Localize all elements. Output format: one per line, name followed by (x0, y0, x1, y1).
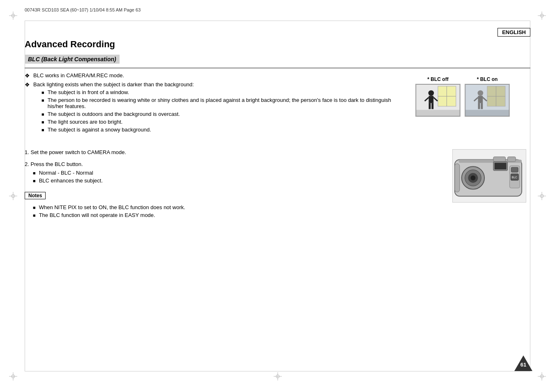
blc-off-image (415, 84, 461, 117)
section-rule (25, 68, 530, 68)
blc-off-svg (416, 84, 460, 116)
blc-off-group: * BLC off (415, 76, 461, 117)
sub-text-2: The person to be recorded is wearing whi… (48, 97, 407, 109)
note-2: ■ The BLC function will not operate in E… (33, 212, 436, 218)
step-2-text-2: BLC enhances the subject. (39, 178, 103, 184)
reg-mark-left-mid (9, 192, 17, 200)
step-1: 1. Set the power switch to CAMERA mode. (25, 149, 436, 155)
step-1-text: 1. Set the power switch to CAMERA mode. (25, 149, 436, 155)
border-top (25, 21, 530, 21)
note-1: ■ When NITE PIX to set to ON, the BLC fu… (33, 204, 436, 210)
sub-text-5: The subject is against a snowy backgroun… (48, 127, 151, 133)
page-title: Advanced Recording (25, 39, 530, 50)
sub-bullets: ■ The subject is in front of a window. ■… (41, 89, 407, 133)
notes-section: Notes ■ When NITE PIX to set to ON, the … (25, 192, 436, 218)
svg-rect-5 (429, 96, 434, 103)
section-title: BLC (Back Light Compensation) (25, 55, 120, 64)
svg-rect-17 (478, 96, 483, 103)
blc-off-label: * BLC off (427, 76, 448, 82)
step-2-sq-1: ■ (33, 171, 36, 175)
reg-mark-bl (9, 372, 17, 380)
svg-rect-29 (455, 164, 460, 192)
bullet-content-2: Back lighting exists when the subject is… (33, 81, 407, 134)
reg-mark-tl (9, 12, 17, 20)
meta-text: 00743R SCD103 SEA (60~107) 1/10/04 8:55 … (25, 7, 134, 12)
step-2-sq-2: ■ (33, 178, 36, 183)
svg-point-16 (478, 90, 484, 96)
bullet-item-2: ❖ Back lighting exists when the subject … (25, 81, 407, 134)
blc-on-image (465, 84, 510, 117)
header-meta: 00743R SCD103 SEA (60~107) 1/10/04 8:55 … (25, 7, 140, 12)
notes-label: Notes (25, 192, 46, 199)
svg-rect-34 (511, 167, 518, 172)
step-2-desc: Press the BLC button. (30, 161, 83, 167)
steps-section: 1. Set the power switch to CAMERA mode. … (25, 149, 530, 220)
main-content: Advanced Recording BLC (Back Light Compe… (25, 39, 530, 220)
reg-mark-tr (538, 12, 546, 20)
sub-text-3: The subject is outdoors and the backgrou… (48, 111, 180, 117)
note-sq-1: ■ (33, 205, 36, 210)
step-2-sub-2: ■ BLC enhances the subject. (33, 178, 436, 184)
sq-5: ■ (41, 127, 44, 132)
triangle-badge: 61 (514, 355, 532, 371)
step-2-num: 2. (25, 161, 29, 167)
svg-text:BLC: BLC (512, 176, 517, 179)
svg-rect-10 (416, 110, 460, 116)
sub-bullet-2: ■ The person to be recorded is wearing w… (41, 97, 407, 109)
sub-bullet-3: ■ The subject is outdoors and the backgr… (41, 111, 407, 117)
sq-1: ■ (41, 90, 44, 95)
reg-mark-br (538, 372, 546, 380)
svg-rect-6 (429, 103, 431, 109)
page-ref: 63 (136, 7, 140, 12)
svg-rect-19 (481, 103, 483, 109)
steps-right: BLC (448, 149, 530, 220)
blc-on-group: * BLC on (465, 76, 510, 117)
camera-illustration: BLC (452, 149, 526, 203)
reg-mark-right-mid (538, 192, 546, 200)
blc-on-svg (465, 84, 509, 116)
reg-mark-bottom-center (274, 372, 282, 380)
border-bottom (25, 371, 530, 371)
sub-bullet-5: ■ The subject is against a snowy backgro… (41, 127, 407, 133)
marker-1: ❖ (25, 72, 30, 79)
language-label: ENGLISH (497, 28, 530, 37)
svg-rect-38 (495, 163, 507, 169)
marker-2: ❖ (25, 81, 30, 134)
note-sq-2: ■ (33, 213, 36, 218)
blc-images: * BLC off (415, 76, 510, 117)
step-2-sub-1: ■ Normal - BLC - Normal (33, 170, 436, 176)
svg-rect-7 (431, 103, 433, 109)
note-text-2: The BLC function will not operate in EAS… (39, 212, 155, 218)
svg-point-28 (471, 175, 476, 180)
sub-text-4: The light sources are too bright. (48, 119, 123, 125)
svg-point-4 (428, 90, 434, 96)
bullet-text-2: Back lighting exists when the subject is… (33, 81, 194, 88)
col-right: * BLC off (415, 72, 530, 137)
bullet-text-1: BLC works in CAMERA/M.REC mode. (33, 72, 124, 79)
svg-rect-18 (478, 103, 480, 109)
sub-bullet-1: ■ The subject is in front of a window. (41, 89, 407, 95)
step-1-desc: Set the power switch to CAMERA mode. (30, 149, 126, 155)
page-badge: 61 (514, 355, 532, 372)
sub-text-1: The subject is in front of a window. (48, 89, 129, 95)
bullet-item-1: ❖ BLC works in CAMERA/M.REC mode. (25, 72, 407, 79)
camera-svg: BLC (453, 149, 526, 203)
blc-on-label: * BLC on (477, 76, 498, 82)
page-number: 61 (520, 362, 526, 368)
step-2: 2. Press the BLC button. ■ Normal - BLC … (25, 161, 436, 184)
col-left: ❖ BLC works in CAMERA/M.REC mode. ❖ Back… (25, 72, 407, 137)
note-text-1: When NITE PIX to set to ON, the BLC func… (39, 204, 185, 210)
step-2-sub: ■ Normal - BLC - Normal ■ BLC enhances t… (33, 170, 436, 184)
svg-rect-22 (465, 110, 509, 116)
step-2-text-1: Normal - BLC - Normal (39, 170, 93, 176)
sub-bullet-4: ■ The light sources are too bright. (41, 119, 407, 125)
step-1-num: 1. (25, 149, 29, 155)
sq-4: ■ (41, 120, 44, 125)
sq-3: ■ (41, 112, 44, 117)
notes-bullets: ■ When NITE PIX to set to ON, the BLC fu… (33, 204, 436, 218)
sq-2: ■ (41, 98, 44, 103)
step-2-header: 2. Press the BLC button. (25, 161, 436, 167)
svg-rect-35 (493, 157, 506, 162)
steps-left: 1. Set the power switch to CAMERA mode. … (25, 149, 436, 220)
svg-rect-36 (508, 157, 516, 162)
